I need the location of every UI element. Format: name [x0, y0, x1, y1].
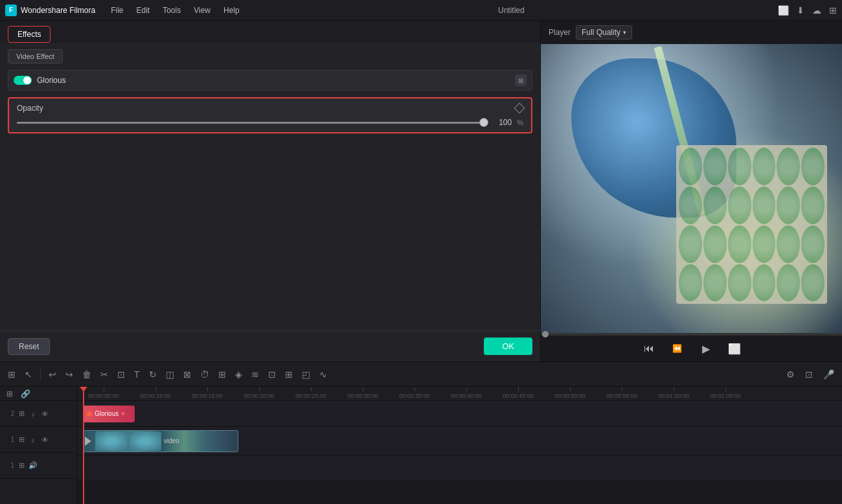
ruler-time-6: 00:00:35:00	[399, 393, 430, 399]
tl-overlay-icon[interactable]: ◫	[163, 368, 177, 381]
tl-wave-icon[interactable]: ∿	[317, 368, 330, 381]
track-add-icon-1[interactable]: ⊞	[17, 435, 26, 444]
tl-bookmark-icon[interactable]: ⊡	[802, 368, 815, 381]
opacity-header: Opacity	[17, 104, 523, 113]
effect-clip[interactable]: Glorious ♥	[83, 406, 135, 422]
track-audio-icon-2[interactable]: ♪	[28, 410, 38, 418]
video-preview	[541, 44, 842, 333]
effects-content: Video Effect Glorious ⊞ Opacity	[0, 43, 540, 330]
timeline-section: ⊞ ↖ ↩ ↪ 🗑 ✂ ⊡ T ↻ ◫ ⊠ ⏱ ⊞ ◈ ≋ ⊡ ⊞ ◰ ∿ ⚙ …	[0, 361, 842, 504]
tl-delete-icon[interactable]: 🗑	[80, 368, 94, 381]
effect-name-label: Glorious	[37, 76, 66, 85]
track-ctrl-1-video: 1 ⊞ ♪ 👁	[0, 427, 77, 453]
tl-clock-icon[interactable]: ⏱	[198, 368, 212, 381]
progress-indicator[interactable]	[542, 331, 549, 338]
well-10	[753, 187, 776, 224]
track-eye-icon-1[interactable]: 👁	[40, 436, 49, 444]
tl-pointer-icon[interactable]: ↖	[22, 368, 35, 381]
video-wellplate-element	[676, 145, 827, 304]
opacity-slider[interactable]	[17, 122, 487, 124]
track-controls: 2 ⊞ ♪ 👁 1 ⊞ ♪ 👁 1 ⊞ 🔊	[0, 401, 77, 504]
player-progress-bar[interactable]	[541, 333, 842, 336]
opacity-keyframe-diamond[interactable]	[514, 103, 525, 114]
ruler-mark-9: 00:00:50:00	[544, 387, 596, 399]
tl-transform-icon[interactable]: ⊠	[181, 368, 194, 381]
menu-edit[interactable]: Edit	[131, 5, 155, 16]
tl-rotate-icon[interactable]: ↻	[146, 368, 159, 381]
ruler-mark-7: 00:00:40:00	[440, 387, 492, 399]
grid-icon[interactable]: ⊞	[829, 5, 837, 16]
menu-tools[interactable]: Tools	[157, 5, 186, 16]
tl-right-icons: ⚙ ⊡ 🎤	[784, 368, 837, 381]
timeline-body: ⊞ 🔗 2 ⊞ ♪ 👁 1 ⊞ ♪ 👁	[0, 387, 842, 504]
video-effect-button[interactable]: Video Effect	[8, 49, 63, 63]
video-thumb-inner-2	[129, 431, 161, 451]
well-13	[679, 225, 702, 263]
tl-expand-icon[interactable]: ⊞	[216, 368, 229, 381]
play-button[interactable]: ▶	[698, 341, 714, 356]
track-vol-icon[interactable]: 🔊	[28, 461, 38, 470]
ruler-time-8: 00:00:45:00	[503, 393, 534, 399]
tl-redo-icon[interactable]: ↪	[63, 368, 76, 381]
effect-toggle[interactable]	[14, 76, 32, 85]
cloud-icon[interactable]: ☁	[812, 5, 821, 16]
ruler-tick-3	[259, 387, 260, 391]
well-8	[703, 187, 727, 224]
well-6	[801, 148, 825, 185]
effect-track: Glorious ♥	[78, 401, 842, 427]
tl-crop-icon[interactable]: ⊡	[115, 368, 128, 381]
opacity-unit: %	[517, 119, 523, 126]
well-16	[753, 225, 776, 263]
menu-file[interactable]: File	[106, 5, 128, 16]
ruler-tick-9	[570, 387, 571, 391]
ruler-time-9: 00:00:50:00	[554, 393, 586, 399]
reset-button[interactable]: Reset	[8, 338, 50, 355]
tab-effects[interactable]: Effects	[8, 26, 51, 43]
tl-undo-icon[interactable]: ↩	[46, 368, 59, 381]
track-eye-icon-2[interactable]: 👁	[40, 410, 49, 418]
main-content: Effects Video Effect Glorious ⊞ Opacity	[0, 21, 842, 361]
ruler-mark-12: 00:01:05:00	[700, 387, 751, 399]
tl-grid-icon[interactable]: ⊞	[5, 368, 18, 381]
track-audio-num: 1	[4, 462, 14, 469]
clip-orange-dot	[87, 411, 92, 417]
tl-link-icon[interactable]: 🔗	[18, 388, 33, 400]
step-back-button[interactable]: ⏮	[641, 341, 657, 356]
play-icon-small	[85, 437, 94, 446]
track-audio-icon-1[interactable]: ♪	[28, 436, 38, 444]
app-logo-icon: F	[5, 5, 17, 16]
opacity-label: Opacity	[17, 104, 43, 113]
fullscreen-button[interactable]: ⬜	[727, 341, 742, 356]
ruler-mark-3: 00:00:20:00	[233, 387, 285, 399]
tl-settings-icon[interactable]: ⚙	[784, 368, 797, 381]
well-3	[728, 148, 751, 185]
monitor-icon[interactable]: ⬜	[778, 5, 789, 16]
tl-detach-icon[interactable]: ⊡	[266, 368, 279, 381]
tl-cut-icon[interactable]: ✂	[98, 368, 111, 381]
tl-text-icon[interactable]: T	[131, 368, 142, 381]
tl-camera-icon[interactable]: ⊞	[282, 368, 295, 381]
well-4	[753, 148, 776, 185]
video-clip[interactable]: video	[83, 430, 238, 452]
well-9	[728, 187, 751, 224]
opacity-row: 100 %	[17, 118, 523, 127]
tl-audio-icon[interactable]: ≋	[249, 368, 262, 381]
effect-clip-label: Glorious	[95, 410, 119, 417]
download-icon[interactable]: ⬇	[797, 5, 804, 16]
tl-add-track-icon[interactable]: ⊞	[4, 388, 16, 400]
ok-button[interactable]: OK	[484, 338, 532, 355]
tl-mic-icon[interactable]: 🎤	[821, 368, 837, 381]
effect-info-button[interactable]: ⊞	[515, 74, 527, 86]
tl-group-icon[interactable]: ◰	[299, 368, 313, 381]
quality-dropdown[interactable]: Full Quality ▾	[576, 25, 632, 40]
menu-help[interactable]: Help	[218, 5, 245, 16]
track-num-2: 2	[4, 410, 14, 417]
frame-back-button[interactable]: ⏪	[670, 341, 685, 356]
track-audio-add-icon[interactable]: ⊞	[17, 461, 26, 470]
opacity-slider-thumb[interactable]	[479, 118, 488, 127]
track-add-icon-2[interactable]: ⊞	[17, 409, 26, 418]
ruler-mark-6: 00:00:35:00	[389, 387, 440, 399]
menu-view[interactable]: View	[188, 5, 216, 16]
ruler-mark-11: 00:01:00:00	[648, 387, 700, 399]
tl-speed-icon[interactable]: ◈	[233, 368, 245, 381]
